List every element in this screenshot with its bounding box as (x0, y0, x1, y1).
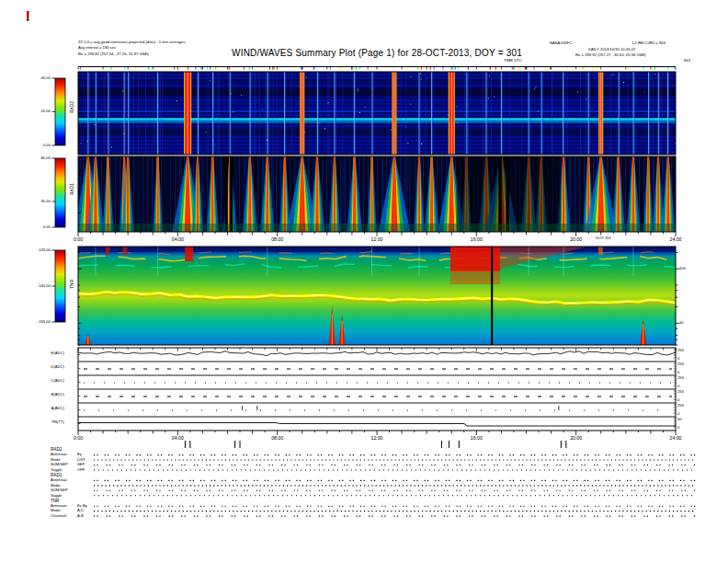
adc-row-label: C(ADC) (18, 379, 64, 383)
adc-row-min-label: 0 (677, 357, 679, 361)
status-row-label: Toggle (51, 468, 62, 472)
time-tick-label-mid: 16:00 (464, 237, 488, 242)
time-tick-label-mid: 04:00 (165, 237, 189, 242)
note-left-3: Re = 259.82 (257.54, -27.25, 20.97 GSE) (78, 52, 149, 56)
mid-axis-extra-label: DOY 301 (596, 236, 611, 240)
time-tick-label-mid: 08:00 (266, 237, 290, 242)
tnr-spectrogram (78, 247, 676, 345)
note-left-2: Avg interval = 180 sec (78, 46, 116, 50)
status-row-label: Antennae (51, 478, 67, 482)
time-tick-label-bottom: 08:00 (266, 436, 290, 441)
panel-label-rad2: RAD2 (70, 101, 74, 113)
time-tick-label-mid: 24:00 (664, 237, 688, 242)
time-tick-label-bottom: 04:00 (165, 436, 189, 441)
status-row-label: SUM/SEP (51, 488, 68, 492)
colorbar-tick-label: 0.00 (18, 144, 51, 147)
time-tick-label-mid: 12:00 (365, 237, 389, 242)
status-row-value: A,B (77, 514, 84, 518)
status-row-label: Antennae (51, 453, 67, 456)
time-tick-label-mid: 20:00 (564, 237, 588, 242)
note-right-daily: DAILY 2013/10/30 10:45:22 (588, 48, 635, 52)
time-tick-label-bottom: 16:00 (464, 436, 488, 441)
panel-label-rad1: RAD1 (70, 183, 74, 195)
colorbar-tick-label: -140.00 (18, 284, 51, 288)
time-tick-label-bottom: 20:00 (564, 436, 588, 441)
adc-row-label: B(ADC) (18, 393, 64, 396)
tnr-freq-tick-10: 10 (679, 321, 684, 325)
adc-row-label: A(ADC) (18, 407, 64, 410)
status-row-value: Ey (77, 453, 82, 456)
status-row-value: A-D (77, 509, 84, 512)
adc-row-label: PB(TT) (18, 420, 64, 424)
note-left-1: ZZ 0.0 = avg good intensities projected … (78, 40, 186, 44)
status-row-label: Mode (51, 509, 60, 512)
colorbar-tick-label: 80.00 (18, 156, 51, 160)
note-right-position: Re = 259.92 (257.27, -30.50, 20.94 GSE) (575, 53, 646, 57)
adc-row-max-label: 255 (677, 404, 684, 408)
adc-row-min-label: 0 (677, 385, 679, 388)
time-tick-label-bottom: 12:00 (365, 436, 389, 441)
colorbar-tick-label: 20.00 (18, 109, 51, 113)
rad1-colorbar (55, 158, 65, 227)
status-row-label: SUM/SEP (51, 463, 68, 466)
adc-row-max-label: 255 (677, 362, 684, 366)
status-row-label: Channels (51, 514, 67, 518)
adc-row-max-label: 255 (677, 349, 684, 352)
time-tick-label-bottom: 0:00 (66, 436, 90, 441)
page-stamp: 843 (684, 59, 690, 63)
plot-canvas (0, 0, 728, 563)
adc-row-label: E(ADC) (18, 351, 64, 355)
adc-row-min-label: 0 (677, 426, 679, 430)
note-right-agency: NASA/GSFC (550, 41, 572, 45)
colorbar-tick-label: -125.00 (18, 248, 51, 252)
colorbar-tick-label: 40.00 (18, 76, 51, 80)
time-axis-title: TIME UTC (504, 59, 522, 63)
adc-row-max-label: 255 (677, 376, 684, 380)
panel-label-tnr: TNR (70, 280, 74, 289)
adc-row-max-label: 50 (677, 418, 682, 421)
time-tick-label-bottom: 24:00 (664, 436, 688, 441)
rad1-spectrogram (74, 156, 676, 232)
waves-summary-plot: WIND/WAVES Summary Plot (Page 1) for 28-… (0, 0, 728, 563)
adc-row-max-label: 255 (677, 390, 684, 394)
page-title: WIND/WAVES Summary Plot (Page 1) for 28-… (211, 49, 542, 58)
note-right-record: LZ RECORD = 943 (632, 41, 665, 45)
rad2-spectrogram (78, 72, 677, 155)
adc-row-min-label: 0 (677, 412, 679, 416)
time-tick-label-mid: 0:00 (66, 237, 90, 242)
tnr-freq-tick-100: 100 (679, 267, 686, 270)
status-row-value: OFF (77, 468, 85, 472)
adc-row-label: D(ADC) (18, 365, 64, 369)
status-row-value: SEP (77, 463, 85, 466)
colorbar-tick-label: 30.00 (18, 200, 51, 203)
adc-row-min-label: 0 (677, 371, 679, 374)
colorbar-tick-label: -155.00 (18, 320, 51, 324)
tnr-colorbar (55, 250, 65, 322)
rad2-colorbar (55, 78, 65, 145)
status-row-label: Toggle (51, 494, 62, 498)
colorbar-tick-label: 0.00 (18, 225, 51, 229)
adc-row-min-label: 0 (677, 398, 679, 402)
